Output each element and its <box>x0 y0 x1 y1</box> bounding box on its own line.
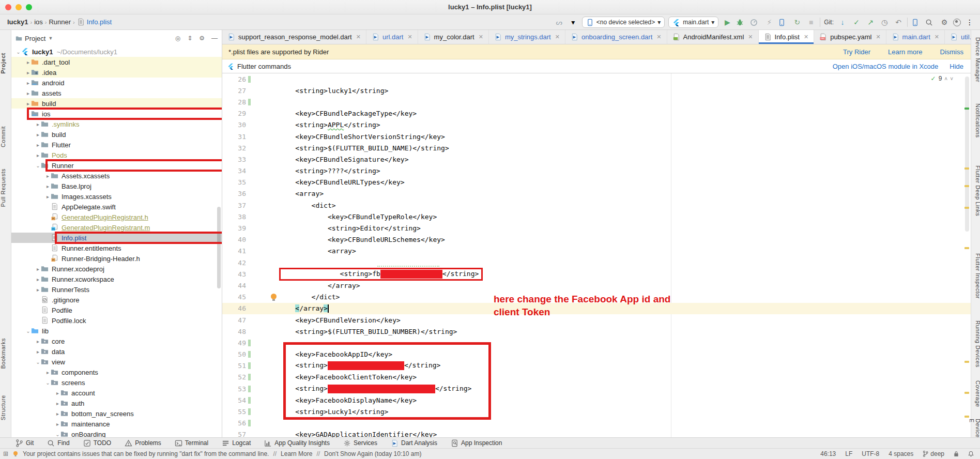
chevron-expanded-icon[interactable]: ⌄ <box>25 111 31 117</box>
tree-row-onboarding[interactable]: ⌄onBoarding <box>11 429 222 437</box>
chevron-collapsed-icon[interactable]: ▸ <box>55 411 60 417</box>
tree-row--symlinks[interactable]: ▸.symlinks <box>11 119 222 129</box>
code-text[interactable]: <key>CFBundleURLSchemes</key> <box>258 236 445 243</box>
tab-support-reason-response-model-dart[interactable]: support_reason_response_model.dart✕ <box>222 30 366 44</box>
chevron-collapsed-icon[interactable]: ▸ <box>35 142 41 148</box>
toolwindow-terminal[interactable]: Terminal <box>175 439 208 447</box>
sidebar-item-pull-requests[interactable]: Pull Requests <box>0 169 11 207</box>
sidebar-item-running-devices[interactable]: Running Devices <box>972 320 980 368</box>
prev-problem-icon[interactable]: ˄ <box>944 76 947 82</box>
tree-row-bottom-nav-screens[interactable]: ▸bottom_nav_screens <box>11 408 222 419</box>
try-rider-link[interactable]: Try Rider <box>843 48 870 56</box>
code-text[interactable]: <array> <box>258 247 356 255</box>
run-anything-icon[interactable]: ᔕ <box>554 18 564 26</box>
code-text[interactable]: <array> <box>258 190 324 197</box>
learn-more-link[interactable]: Learn more <box>888 48 922 56</box>
tree-row--gitignore[interactable]: .gitignore <box>11 295 222 305</box>
code-text[interactable]: <string></string> <box>258 361 440 370</box>
tree-row-build[interactable]: ▸build <box>11 98 222 109</box>
tree-row-runner-xcworkspace[interactable]: ▸Runner.xcworkspace <box>11 274 222 284</box>
file-encoding[interactable]: UTF-8 <box>862 450 879 457</box>
stripe-mark[interactable] <box>964 416 969 418</box>
code-text[interactable]: <string>APPL</string> <box>258 121 380 129</box>
breadcrumb-item-lucky1[interactable]: lucky1 <box>7 18 28 26</box>
sidebar-item-notifications[interactable]: Notifications <box>972 103 980 137</box>
code-text[interactable]: <string>lucky1</string> <box>258 87 388 95</box>
line-ending[interactable]: LF <box>845 450 852 457</box>
sidebar-item-bookmarks[interactable]: Bookmarks <box>0 338 11 369</box>
close-icon[interactable]: ✕ <box>935 34 939 40</box>
sidebar-item-coverage[interactable]: Coverage <box>972 380 980 407</box>
tree-row-screens[interactable]: ⌄screens <box>11 377 222 388</box>
chevron-collapsed-icon[interactable]: ▸ <box>55 390 60 396</box>
tree-row-core[interactable]: ▸core <box>11 336 222 346</box>
panel-settings-icon[interactable]: ⚙ <box>199 35 205 42</box>
tree-row-runner[interactable]: ⌄Runner <box>11 160 222 171</box>
sidebar-item-device-manager[interactable]: Device Manager <box>972 37 980 82</box>
stripe-mark[interactable] <box>964 185 969 187</box>
attach-debugger-icon[interactable] <box>778 19 788 26</box>
breadcrumb-item-runner[interactable]: Runner <box>49 18 71 26</box>
code-text[interactable]: <key>CFBundleURLTypes</key> <box>258 178 405 186</box>
toolwindow-todo[interactable]: TODO <box>83 439 111 447</box>
close-icon[interactable]: ✕ <box>748 34 753 40</box>
chevron-collapsed-icon[interactable]: ▸ <box>45 183 51 189</box>
code-text[interactable]: <string>$(FLUTTER_BUILD_NAME)</string> <box>258 144 449 152</box>
toolwindow-dart-analysis[interactable]: Dart Analysis <box>391 439 437 447</box>
breadcrumb-item-ios[interactable]: ios <box>34 18 43 26</box>
close-icon[interactable]: ✕ <box>876 34 880 40</box>
tree-row-assets-xcassets[interactable]: ▸Assets.xcassets <box>11 171 222 181</box>
inspections-widget[interactable]: ✓ 9 ˄ ˅ <box>931 75 953 82</box>
stripe-mark[interactable] <box>964 207 969 209</box>
settings-gear-icon[interactable]: ⚙ <box>939 18 950 26</box>
tree-row--idea[interactable]: ▸.idea <box>11 67 222 78</box>
code-text[interactable]: <key>CFBundleTypeRole</key> <box>258 213 437 221</box>
chevron-expanded-icon[interactable]: ⌄ <box>35 359 41 365</box>
tree-row-view[interactable]: ⌄view <box>11 357 222 367</box>
stop-button[interactable]: ■ <box>806 18 816 26</box>
tree-row-maintenance[interactable]: ▸maintenance <box>11 419 222 429</box>
tree-row-components[interactable]: ▸components <box>11 367 222 377</box>
git-push-icon[interactable]: ↗ <box>865 18 876 26</box>
toolwindow-services[interactable]: Services <box>343 439 377 447</box>
indent-setting[interactable]: 4 spaces <box>889 450 913 457</box>
sidebar-item-flutter-deep-links[interactable]: Flutter Deep Links <box>972 165 980 216</box>
toolwindow-problems[interactable]: Problems <box>125 439 161 447</box>
more-options-icon[interactable]: ⋮ <box>964 18 975 26</box>
tree-row-podfile[interactable]: Podfile <box>11 305 222 315</box>
chevron-collapsed-icon[interactable]: ▸ <box>25 59 31 65</box>
tree-row-generatedpluginregistrant-h[interactable]: HGeneratedPluginRegistrant.h <box>11 212 222 222</box>
profile-button[interactable] <box>750 19 760 26</box>
chevron-expanded-icon[interactable]: ⌄ <box>16 49 21 55</box>
chevron-collapsed-icon[interactable]: ▸ <box>45 370 51 375</box>
chevron-collapsed-icon[interactable]: ▸ <box>25 80 31 86</box>
chevron-collapsed-icon[interactable]: ▸ <box>55 401 60 406</box>
tree-row--dart-tool[interactable]: ▸.dart_tool <box>11 57 222 67</box>
chevron-down-icon[interactable]: ▼ <box>48 36 53 41</box>
git-commit-icon[interactable]: ✓ <box>851 18 862 26</box>
chevron-collapsed-icon[interactable]: ▸ <box>45 173 51 179</box>
code-text[interactable]: <string></string> <box>258 385 471 393</box>
tab-my-strings-dart[interactable]: my_strings.dart✕ <box>489 30 565 44</box>
tree-row-android[interactable]: ▸android <box>11 78 222 88</box>
tree-row-base-lproj[interactable]: ▸Base.lproj <box>11 181 222 191</box>
git-branch-widget[interactable]: deep <box>923 450 944 457</box>
tab-url-dart[interactable]: url.dart✕ <box>366 30 418 44</box>
hot-restart-icon[interactable]: ↻ <box>792 18 802 26</box>
tab-main-dart[interactable]: main.dart✕ <box>886 30 945 44</box>
toolwindow-logcat[interactable]: Logcat <box>222 439 251 447</box>
code-text[interactable]: <key>FacebookAppID</key> <box>258 350 392 358</box>
code-text[interactable]: <string>Editor</string> <box>258 224 421 232</box>
code-text[interactable]: <key>CFBundlePackageType</key> <box>258 110 417 117</box>
close-icon[interactable]: ✕ <box>356 34 361 40</box>
tab-androidmanifest-xml[interactable]: AndroidManifest.xml✕ <box>667 30 759 44</box>
chevron-collapsed-icon[interactable]: ▸ <box>35 277 41 282</box>
tree-row-runner-entitlements[interactable]: Runner.entitlements <box>11 243 222 253</box>
code-text[interactable]: </array> <box>258 304 329 313</box>
collapse-all-icon[interactable]: ⇕ <box>187 35 192 42</box>
caret-position[interactable]: 46:13 <box>820 450 836 457</box>
hide-link[interactable]: Hide <box>950 63 963 70</box>
chevron-down-icon[interactable]: ▾ <box>568 18 578 26</box>
learn-more-link[interactable]: Learn More <box>281 450 312 457</box>
chevron-collapsed-icon[interactable]: ▸ <box>25 101 31 106</box>
